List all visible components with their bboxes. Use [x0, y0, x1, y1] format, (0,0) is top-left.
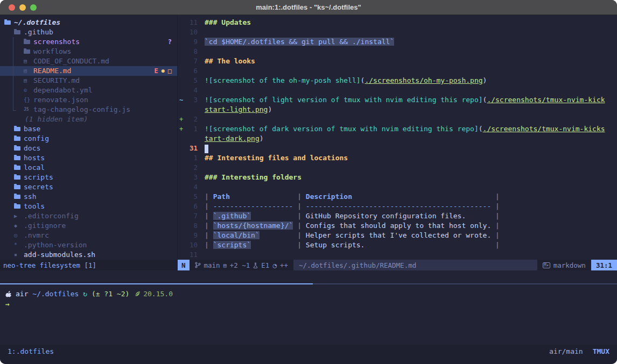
line-number: 10: [185, 27, 198, 37]
tree-item-python-version[interactable]: *.python-version: [0, 240, 177, 250]
editor-line[interactable]: 9| `local/bin` | Helper scripts that I'v…: [178, 231, 617, 240]
tree-item-label: tools: [24, 202, 45, 211]
shell-prompt: air ~/.dotfiles ↻ (± ?1 ~2) 20.15.0: [5, 289, 617, 299]
tree-item-docs[interactable]: docs: [0, 144, 177, 153]
editor-line[interactable]: 9`cd $HOME/.dotfiles && git pull && ./in…: [178, 37, 617, 47]
line-text: | `scripts` | Setup scripts. |: [198, 240, 617, 250]
tree-item-base[interactable]: base: [0, 124, 177, 134]
editor-line[interactable]: 3### Interesting folders: [178, 173, 617, 182]
tree-item-label: dependabot.yml: [33, 85, 93, 95]
tree-item-config[interactable]: config: [0, 134, 177, 144]
folder-icon: [24, 40, 32, 44]
tree-item-secrets[interactable]: secrets: [0, 182, 177, 192]
tree-item-label: base: [24, 124, 40, 134]
tree-item-dotfiles[interactable]: ~/.dotfiles: [0, 18, 177, 27]
close-button-icon[interactable]: [9, 4, 15, 11]
line-number: 1: [185, 153, 198, 163]
editor-line[interactable]: 6| ------------------- | ---------------…: [178, 202, 617, 211]
file-md-icon: ▤: [24, 56, 32, 66]
diagnostics-count: E1: [261, 261, 269, 269]
line-number: 8: [185, 47, 198, 56]
neo-tree-sidebar: ~/.dotfiles.githubscreenshots?workflows▤…: [0, 15, 178, 260]
editor-line[interactable]: 6: [178, 66, 617, 76]
tree-item-label: hosts: [24, 153, 45, 163]
editor-line[interactable]: 4: [178, 85, 617, 95]
git-branch-icon: [195, 262, 201, 268]
tree-item-code-of-conduct-md[interactable]: ▤CODE_OF_CONDUCT.md: [0, 56, 177, 66]
tree-item-renovate-json[interactable]: {}renovate.json: [0, 95, 177, 105]
markdown-icon: M▾: [543, 262, 550, 268]
tree-item-tag-changelog-config-js[interactable]: JStag-changelog-config.js: [0, 105, 177, 115]
editor-line[interactable]: start-light.png): [178, 105, 617, 115]
editor-line[interactable]: 5| Path | Description |: [178, 192, 617, 202]
mode-indicator: N: [178, 260, 190, 270]
tree-item-add-submodules-sh[interactable]: ▪add-submodules.sh: [0, 250, 177, 260]
line-text: start-light.png): [198, 105, 617, 115]
tree-item-label: README.md: [33, 66, 71, 76]
tree-item-screenshots[interactable]: screenshots?: [0, 37, 177, 47]
folder-icon: [14, 185, 23, 189]
tree-item-label: add-submodules.sh: [24, 250, 95, 260]
tree-item-1-hidden-item[interactable]: (1 hidden item): [0, 115, 177, 124]
editor-line[interactable]: 1## Interesting files and locations: [178, 153, 617, 163]
minimize-button-icon[interactable]: [19, 4, 26, 11]
file-js-icon: JS: [24, 105, 32, 115]
editor-line[interactable]: 11### Updates: [178, 18, 617, 27]
tree-item-label: config: [24, 134, 49, 144]
file-flag-icon: ▶: [14, 211, 23, 221]
line-text: [198, 144, 617, 153]
editor-line[interactable]: 31: [178, 144, 617, 153]
line-text: ### Interesting folders: [198, 173, 617, 182]
tree-item-security-md[interactable]: ▤SECURITY.md: [0, 76, 177, 85]
tmux-window-tab[interactable]: 1:.dotfiles: [8, 347, 54, 355]
line-number: 9: [185, 37, 198, 47]
tree-item-hosts[interactable]: hosts: [0, 153, 177, 163]
editor-line[interactable]: 7| `.github` | GitHub Repository configu…: [178, 211, 617, 221]
zoom-button-icon[interactable]: [30, 4, 37, 11]
tree-item-editorconfig[interactable]: ▶.editorconfig: [0, 211, 177, 221]
neo-tree-status: neo-tree filesystem [1]: [0, 261, 178, 269]
shell-pane[interactable]: air ~/.dotfiles ↻ (± ?1 ~2) 20.15.0 →: [0, 284, 617, 345]
tree-item-tools[interactable]: tools: [0, 202, 177, 211]
editor-line[interactable]: tart-dark.png): [178, 134, 617, 144]
editor-line[interactable]: +2: [178, 115, 617, 124]
line-text: ![screenshot of light version of tmux wi…: [198, 95, 617, 105]
editor-buffer[interactable]: 11### Updates109`cd $HOME/.dotfiles && g…: [178, 15, 617, 260]
line-number: 2: [185, 163, 198, 173]
editor-line[interactable]: 11: [178, 250, 617, 260]
editor-line[interactable]: +1![screenshot of dark version of tmux w…: [178, 124, 617, 134]
editor-line[interactable]: 10: [178, 27, 617, 37]
editor-line[interactable]: ~3![screenshot of light version of tmux …: [178, 95, 617, 105]
tree-item-nvmrc[interactable]: ◎.nvmrc: [0, 231, 177, 240]
nvim-statusline: neo-tree filesystem [1] N main ▤+2 ~1 E1…: [0, 260, 617, 270]
line-text: | ------------------- | ----------------…: [198, 202, 617, 211]
terminal-window: main:1:.dotfiles - "ks~/.dotfiles" ~/.do…: [0, 0, 617, 364]
tree-item-local[interactable]: local: [0, 163, 177, 173]
tree-item-workflows[interactable]: workflows: [0, 47, 177, 56]
git-status-badges: E●□: [155, 66, 172, 76]
tree-item-dependabot-yml[interactable]: ⊙dependabot.yml: [0, 85, 177, 95]
line-number: 6: [185, 202, 198, 211]
tree-item-readme-md[interactable]: ▤README.mdE●□: [0, 66, 177, 76]
tree-item-gitignore[interactable]: ◆.gitignore: [0, 221, 177, 231]
editor-line[interactable]: 2: [178, 163, 617, 173]
editor-line[interactable]: 10| `scripts` | Setup scripts. |: [178, 240, 617, 250]
tree-item-scripts[interactable]: scripts: [0, 173, 177, 182]
tree-item-github[interactable]: .github: [0, 27, 177, 37]
tree-item-label: .gitignore: [24, 221, 66, 231]
editor-line[interactable]: 5![screenshot of the oh-my-posh shell](.…: [178, 76, 617, 85]
filetype-label: markdown: [553, 261, 586, 269]
editor-line[interactable]: 4: [178, 182, 617, 192]
folder-icon: [14, 204, 23, 209]
line-number: 7: [185, 56, 198, 66]
folder-icon: [14, 156, 23, 160]
line-number: 1: [185, 124, 198, 134]
line-text: tart-dark.png): [198, 134, 617, 144]
editor-line[interactable]: 8: [178, 47, 617, 56]
editor-line[interactable]: 7## The looks: [178, 56, 617, 66]
prompt-git-status: (± ?1 ~2): [92, 289, 129, 299]
editor-line[interactable]: 8| `hosts/{hostname}/` | Configs that sh…: [178, 221, 617, 231]
file-star-icon: *: [14, 240, 23, 250]
tree-item-ssh[interactable]: ssh: [0, 192, 177, 202]
tree-item-label: docs: [24, 144, 40, 153]
